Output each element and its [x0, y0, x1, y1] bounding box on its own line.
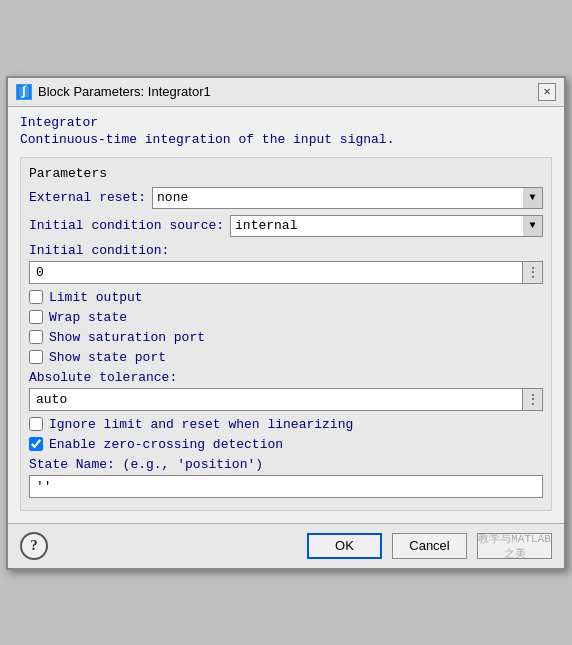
- apply-label: 教学与MATLAB之美: [478, 533, 551, 559]
- block-icon: ∫: [16, 84, 32, 100]
- ignore-limit-checkbox[interactable]: [29, 417, 43, 431]
- close-button[interactable]: ✕: [538, 83, 556, 101]
- absolute-tolerance-row: Absolute tolerance: ⋮: [29, 370, 543, 411]
- wrap-state-row: Wrap state: [29, 310, 543, 325]
- initial-condition-input[interactable]: [30, 262, 522, 283]
- parameters-section: Parameters External reset: none rising f…: [20, 157, 552, 511]
- limit-output-label: Limit output: [49, 290, 143, 305]
- window-title: Block Parameters: Integrator1: [38, 84, 211, 99]
- absolute-tolerance-input[interactable]: [30, 389, 522, 410]
- state-name-section: State Name: (e.g., 'position'): [29, 457, 543, 498]
- initial-condition-source-label: Initial condition source:: [29, 218, 224, 233]
- parameters-label: Parameters: [29, 166, 543, 181]
- external-reset-row: External reset: none rising falling eith…: [29, 187, 543, 209]
- external-reset-select-wrapper: none rising falling either level ▼: [152, 187, 543, 209]
- initial-condition-label: Initial condition:: [29, 243, 543, 258]
- absolute-tolerance-side-btn[interactable]: ⋮: [522, 389, 542, 410]
- initial-condition-source-select-wrapper: internal external ▼: [230, 215, 543, 237]
- initial-condition-source-select[interactable]: internal external: [230, 215, 543, 237]
- dialog-window: ∫ Block Parameters: Integrator1 ✕ Integr…: [6, 76, 566, 570]
- zero-crossing-row: Enable zero-crossing detection: [29, 437, 543, 452]
- wrap-state-checkbox[interactable]: [29, 310, 43, 324]
- show-state-row: Show state port: [29, 350, 543, 365]
- title-bar: ∫ Block Parameters: Integrator1 ✕: [8, 78, 564, 107]
- show-saturation-label: Show saturation port: [49, 330, 205, 345]
- apply-button[interactable]: 教学与MATLAB之美: [477, 533, 552, 559]
- external-reset-select[interactable]: none rising falling either level: [152, 187, 543, 209]
- limit-output-checkbox[interactable]: [29, 290, 43, 304]
- button-bar: ? OK Cancel 教学与MATLAB之美: [8, 523, 564, 568]
- content-area: Integrator Continuous-time integration o…: [8, 107, 564, 523]
- initial-condition-row: Initial condition: ⋮: [29, 243, 543, 284]
- show-state-label: Show state port: [49, 350, 166, 365]
- title-bar-left: ∫ Block Parameters: Integrator1: [16, 84, 211, 100]
- state-name-label: State Name: (e.g., 'position'): [29, 457, 543, 472]
- block-description: Continuous-time integration of the input…: [20, 132, 552, 147]
- ignore-limit-label: Ignore limit and reset when linearizing: [49, 417, 353, 432]
- absolute-tolerance-label: Absolute tolerance:: [29, 370, 543, 385]
- help-button[interactable]: ?: [20, 532, 48, 560]
- wrap-state-label: Wrap state: [49, 310, 127, 325]
- show-saturation-row: Show saturation port: [29, 330, 543, 345]
- initial-condition-side-btn[interactable]: ⋮: [522, 262, 542, 283]
- zero-crossing-checkbox[interactable]: [29, 437, 43, 451]
- show-state-checkbox[interactable]: [29, 350, 43, 364]
- absolute-tolerance-input-wrapper: ⋮: [29, 388, 543, 411]
- cancel-button[interactable]: Cancel: [392, 533, 467, 559]
- zero-crossing-label: Enable zero-crossing detection: [49, 437, 283, 452]
- state-name-input[interactable]: [29, 475, 543, 498]
- external-reset-label: External reset:: [29, 190, 146, 205]
- limit-output-row: Limit output: [29, 290, 543, 305]
- ok-button[interactable]: OK: [307, 533, 382, 559]
- initial-condition-source-row: Initial condition source: internal exter…: [29, 215, 543, 237]
- svg-text:∫: ∫: [20, 85, 28, 99]
- ignore-limit-row: Ignore limit and reset when linearizing: [29, 417, 543, 432]
- show-saturation-checkbox[interactable]: [29, 330, 43, 344]
- action-buttons: OK Cancel 教学与MATLAB之美: [307, 533, 552, 559]
- initial-condition-input-wrapper: ⋮: [29, 261, 543, 284]
- block-name: Integrator: [20, 115, 552, 130]
